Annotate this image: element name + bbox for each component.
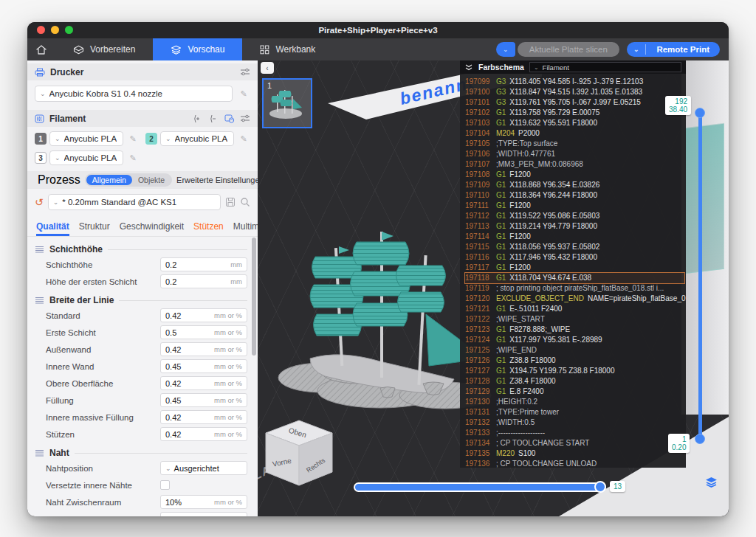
toggle-allgemein[interactable]: Allgemein [86,175,132,185]
gcode-line[interactable]: 197125;WIPE_END [465,345,684,356]
gcode-line[interactable]: 197108G1F1200 [465,170,684,180]
gcode-line[interactable]: 197112G1X119.522 Y95.086 E.05803 [465,211,684,221]
setting-input[interactable]: 0.2mm [160,257,247,271]
toggle-objekte[interactable]: Objekte [132,175,171,185]
gcode-line[interactable]: 197128G1Z38.4 F18000 [465,376,684,387]
zoom-button[interactable] [65,26,73,34]
filament-select[interactable]: ⌄Anycubic PLA [49,131,123,146]
gcode-line[interactable]: 197135M220S100 [465,448,684,459]
home-button[interactable] [27,38,55,60]
setting-input[interactable]: 0.45mm or % [160,359,247,373]
process-tab-qualitt[interactable]: Qualität [36,221,69,236]
setting-input[interactable]: 0.42mm or % [160,308,247,322]
filament-edit-button[interactable]: ✎ [126,151,140,164]
gcode-line[interactable]: 197116G1X117.946 Y95.432 F18000 [465,252,684,263]
gcode-line[interactable]: 197106;WIDTH:0.477761 [465,149,684,159]
filament-edit-button[interactable]: ✎ [126,132,140,145]
filament-slot-badge[interactable]: 1 [35,133,47,145]
gcode-line[interactable]: 197124G1X117.997 Y95.381 E-.28989 [465,335,684,345]
prime-tower-object[interactable] [684,123,724,274]
double-chevron-icon[interactable] [464,63,473,72]
setting-input[interactable]: 0.5mm or % [160,325,247,339]
process-tab-struktur[interactable]: Struktur [79,221,110,236]
gcode-line[interactable]: 197100G3X118.847 Y94.515 I.392 J1.035 E.… [465,87,684,97]
search-settings-icon[interactable] [240,197,250,207]
gcode-line[interactable]: 197109G1X118.868 Y96.354 E.03826 [465,180,684,190]
gcode-line[interactable]: 197134; CP TOOLCHANGE START [465,438,684,448]
tab-vorschau[interactable]: Vorschau [153,38,242,60]
gcode-line[interactable]: 197131;TYPE:Prime tower [465,407,684,418]
preview-viewport[interactable]: benannt ‹ 1 [258,60,729,516]
gcode-line[interactable]: 197104M204P2000 [465,128,684,139]
setting-select[interactable]: ⌄Ausgerichtet [160,461,247,475]
color-scheme-select[interactable]: ⌄ Filament [529,62,681,72]
setting-input[interactable]: 10%mm or % [160,495,247,509]
layer-slider[interactable] [698,109,702,441]
gcode-line[interactable]: 197119; stop printing object pirateShip_… [465,283,684,294]
gcode-line[interactable]: 197132;WIDTH:0.5 [465,418,684,428]
setting-input[interactable]: 0.42mm or % [160,410,247,424]
setting-checkbox[interactable] [160,480,170,490]
remove-filament-icon[interactable] [208,114,219,123]
move-slider[interactable]: 13 [354,482,606,492]
gcode-line[interactable]: 197126G1Z38.8 F18000 [465,356,684,366]
add-filament-icon[interactable] [192,114,203,123]
gcode-line[interactable]: 197113G1X119.214 Y94.779 F18000 [465,221,684,232]
tab-werkbank[interactable]: Werkbank [242,38,333,60]
gcode-line[interactable]: 197136; CP TOOLCHANGE UNLOAD [465,459,684,468]
filament-select[interactable]: ⌄Anycubic PLA [49,150,123,165]
gcode-line[interactable]: 197101G3X119.761 Y95.705 I-.067 J.997 E.… [465,97,684,108]
setting-input[interactable]: 0.2mm [160,274,247,288]
gcode-line[interactable]: 197117G1F1200 [465,263,684,273]
filament-slot-badge[interactable]: 3 [35,152,47,164]
filament-edit-button[interactable]: ✎ [237,132,250,145]
setting-select[interactable]: ⌄Keine [160,512,247,516]
gcode-line[interactable]: 197120EXCLUDE_OBJECT_ENDNAME=pirateShip_… [465,294,684,304]
setting-input[interactable]: 0.42mm or % [160,342,247,356]
printer-select[interactable]: ⌄ Anycubic Kobra S1 0.4 nozzle [35,86,233,102]
gcode-line-list[interactable]: 197099G3X118.405 Y94.585 I-.925 J-.379 E… [460,74,686,468]
layer-slider-upper-handle[interactable] [695,108,705,118]
sidebar-scrollbar[interactable] [252,238,256,356]
gcode-line[interactable]: 197103G1X119.632 Y95.591 F18000 [465,118,684,128]
layer-slider-lower-handle[interactable] [695,434,705,444]
gcode-line[interactable]: 197122;WIPE_START [465,314,684,325]
tab-vorbereiten[interactable]: Vorbereiten [55,38,153,60]
reset-preset-icon[interactable]: ↺ [35,198,44,207]
process-tab-sttzen[interactable]: Stützen [193,221,224,236]
orientation-cube[interactable]: Oben Vorne Rechts [262,419,336,490]
gcode-line[interactable]: 197105;TYPE:Top surface [465,139,684,149]
save-preset-icon[interactable] [225,197,236,207]
close-button[interactable] [37,26,45,34]
slice-options-chevron[interactable]: ⌄ [496,42,515,57]
filament-slot-badge[interactable]: 2 [145,133,157,145]
filament-settings-icon[interactable] [240,114,250,122]
sync-filament-icon[interactable] [224,114,235,123]
filament-select[interactable]: ⌄Anycubic PLA [160,131,234,146]
gcode-line[interactable]: 197102G1X119.758 Y95.729 E.00075 [465,108,684,118]
printer-edit-button[interactable]: ✎ [237,87,250,100]
printer-settings-icon[interactable] [240,68,250,76]
gcode-line[interactable]: 197115G1X118.056 Y95.937 E.05802 [465,242,684,252]
gcode-line[interactable]: 197114G1F1200 [465,232,684,242]
setting-input[interactable]: 0.45mm or % [160,393,247,407]
gcode-line[interactable]: 197127G1X194.75 Y199.75 Z38.8 F18000 [465,366,684,376]
gcode-line[interactable]: 197123G1F8278.888;_WIPE [465,325,684,335]
process-tab-geschwindigkeit[interactable]: Geschwindigkeit [120,221,184,236]
gcode-line[interactable]: 197118G1X118.704 Y94.674 E.038 [465,273,684,283]
single-layer-toggle[interactable] [705,477,718,488]
gcode-line[interactable]: 197133;------------------- [465,428,684,438]
minimize-button[interactable] [51,26,59,34]
process-tab-multimater[interactable]: Multimater... [233,221,258,236]
print-options-chevron[interactable]: ⌄ [627,46,646,53]
remote-print-button[interactable]: Remote Print [646,45,720,54]
move-slider-handle[interactable] [594,481,606,493]
gcode-line[interactable]: 197111G1F1200 [465,201,684,211]
slice-plate-button[interactable]: Aktuelle Platte slicen [518,42,619,57]
gcode-line[interactable]: 197107;MM3_PER_MM:0.086968 [465,159,684,170]
plate-thumbnail[interactable]: 1 [262,78,312,128]
preset-select[interactable]: ⌄ * 0.20mm Standard @AC KS1 [48,194,221,210]
gcode-line[interactable]: 197130;HEIGHT:0.2 [465,397,684,407]
gcode-line[interactable]: 197110G1X118.364 Y96.244 F18000 [465,190,684,201]
setting-input[interactable]: 0.42mm or % [160,376,247,390]
